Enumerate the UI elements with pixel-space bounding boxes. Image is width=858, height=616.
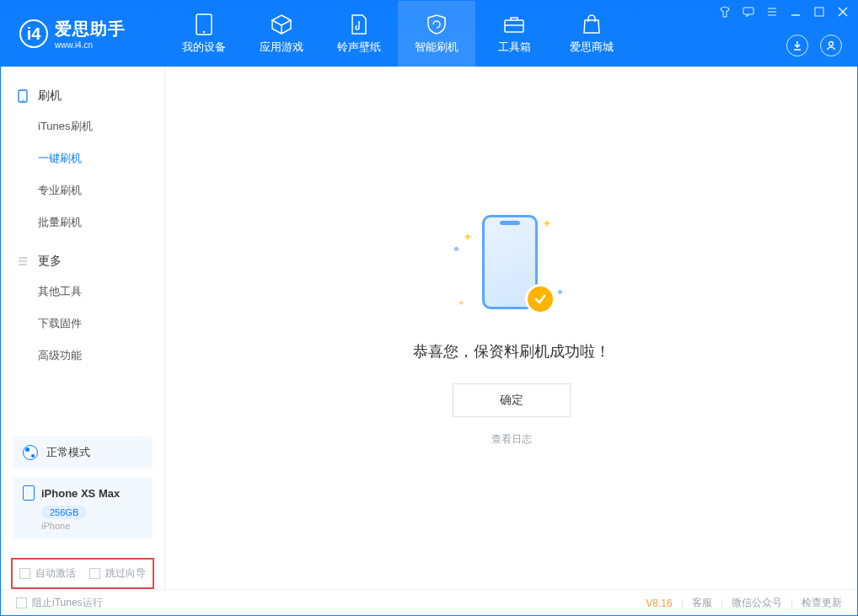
logo-area: i4 爱思助手 www.i4.cn <box>1 18 165 50</box>
bag-icon <box>580 13 603 36</box>
svg-point-14 <box>22 99 24 101</box>
feedback-icon[interactable] <box>743 6 754 18</box>
tab-toolbox[interactable]: 工具箱 <box>475 1 553 67</box>
device-name: iPhone XS Max <box>41 487 120 500</box>
briefcase-icon <box>502 13 526 36</box>
header-right-actions <box>786 35 842 56</box>
phone-small-icon <box>23 485 35 501</box>
close-icon[interactable] <box>837 6 849 18</box>
success-illustration: ✦ ✦ ✦ <box>453 210 571 319</box>
logo-icon: i4 <box>19 19 48 48</box>
check-badge-icon <box>525 284 555 314</box>
sidebar-item-onekey-flash[interactable]: 一键刷机 <box>1 142 164 174</box>
sidebar-item-batch-flash[interactable]: 批量刷机 <box>1 206 164 238</box>
sidebar-item-advanced[interactable]: 高级功能 <box>1 340 164 372</box>
svg-rect-9 <box>815 8 823 16</box>
checkbox-skip-guide[interactable]: 跳过向导 <box>89 566 146 581</box>
tab-label: 智能刷机 <box>415 40 458 55</box>
user-button[interactable] <box>820 35 842 56</box>
sparkle-icon: ✦ <box>458 298 464 308</box>
sidebar-item-other-tools[interactable]: 其他工具 <box>1 276 164 308</box>
skin-icon[interactable] <box>719 6 731 18</box>
tab-my-device[interactable]: 我的设备 <box>165 1 243 67</box>
device-mode-box[interactable]: 正常模式 <box>13 437 153 469</box>
footer-link-wechat[interactable]: 微信公众号 <box>732 596 782 610</box>
tab-label: 我的设备 <box>182 40 226 55</box>
version-label: V8.16 <box>646 597 672 609</box>
maximize-icon[interactable] <box>813 6 825 18</box>
minimize-icon[interactable] <box>790 6 802 18</box>
dot-icon <box>454 247 458 251</box>
download-button[interactable] <box>786 35 808 56</box>
music-file-icon <box>347 13 371 36</box>
checkbox-auto-activate[interactable]: 自动激活 <box>19 566 76 581</box>
tab-label: 爱思商城 <box>570 40 614 55</box>
checkbox-icon <box>19 568 30 579</box>
sidebar: 刷机 iTunes刷机 一键刷机 专业刷机 批量刷机 更多 其他工具 下载固件 … <box>1 67 165 589</box>
checkbox-block-itunes[interactable]: 阻止iTunes运行 <box>16 596 103 610</box>
sidebar-item-itunes-flash[interactable]: iTunes刷机 <box>1 110 164 142</box>
options-highlight: 自动激活 跳过向导 <box>11 558 154 589</box>
chk-label: 阻止iTunes运行 <box>32 596 103 610</box>
storage-badge: 256GB <box>41 506 87 519</box>
sidebar-group-more: 更多 <box>1 247 164 276</box>
cube-icon <box>270 13 293 36</box>
app-subtitle: www.i4.cn <box>55 40 126 50</box>
app-body: 刷机 iTunes刷机 一键刷机 专业刷机 批量刷机 更多 其他工具 下载固件 … <box>1 67 857 589</box>
tab-label: 应用游戏 <box>260 40 303 55</box>
success-message: 恭喜您，保资料刷机成功啦！ <box>413 341 610 362</box>
phone-icon <box>16 89 29 103</box>
tab-store[interactable]: 爱思商城 <box>553 1 630 67</box>
tab-flash[interactable]: 智能刷机 <box>398 1 475 67</box>
tab-apps[interactable]: 应用游戏 <box>243 1 320 67</box>
list-icon <box>16 254 29 268</box>
svg-point-1 <box>203 31 205 33</box>
footer-link-update[interactable]: 检查更新 <box>802 596 842 610</box>
checkbox-icon <box>16 597 27 608</box>
svg-rect-2 <box>505 20 523 32</box>
sidebar-item-pro-flash[interactable]: 专业刷机 <box>1 174 164 206</box>
sidebar-item-download-firmware[interactable]: 下载固件 <box>1 308 164 340</box>
tab-label: 工具箱 <box>498 40 531 55</box>
chk-label: 跳过向导 <box>105 566 146 581</box>
main-content: ✦ ✦ ✦ 恭喜您，保资料刷机成功啦！ 确定 查看日志 <box>165 67 857 589</box>
view-log-link[interactable]: 查看日志 <box>491 432 532 447</box>
sparkle-icon: ✦ <box>463 230 473 244</box>
device-info-box[interactable]: iPhone XS Max 256GB iPhone <box>13 477 153 539</box>
menu-icon[interactable] <box>766 6 778 18</box>
svg-rect-4 <box>743 8 753 14</box>
device-type: iPhone <box>41 521 142 531</box>
mode-label: 正常模式 <box>46 445 90 460</box>
sidebar-group-flash: 刷机 <box>1 82 164 110</box>
tab-ringtones[interactable]: 铃声壁纸 <box>320 1 398 67</box>
footer-link-service[interactable]: 客服 <box>692 596 712 610</box>
device-icon <box>192 13 216 36</box>
group-title: 刷机 <box>38 88 62 104</box>
sparkle-icon: ✦ <box>542 217 552 230</box>
chk-label: 自动激活 <box>35 566 76 581</box>
ok-button[interactable]: 确定 <box>453 383 571 417</box>
checkbox-icon <box>89 568 100 579</box>
nav-tabs: 我的设备 应用游戏 铃声壁纸 智能刷机 工具箱 爱思商城 <box>165 1 630 67</box>
svg-point-12 <box>829 42 834 46</box>
app-title: 爱思助手 <box>55 18 126 40</box>
dot-icon <box>558 290 562 294</box>
status-bar: 阻止iTunes运行 V8.16 | 客服 | 微信公众号 | 检查更新 <box>1 589 857 616</box>
window-controls <box>719 6 849 18</box>
tab-label: 铃声壁纸 <box>337 40 381 55</box>
app-header: i4 爱思助手 www.i4.cn 我的设备 应用游戏 铃声壁纸 智能刷机 工具… <box>1 1 857 67</box>
group-title: 更多 <box>38 254 62 269</box>
shield-refresh-icon <box>425 13 448 36</box>
mode-icon <box>23 445 38 460</box>
